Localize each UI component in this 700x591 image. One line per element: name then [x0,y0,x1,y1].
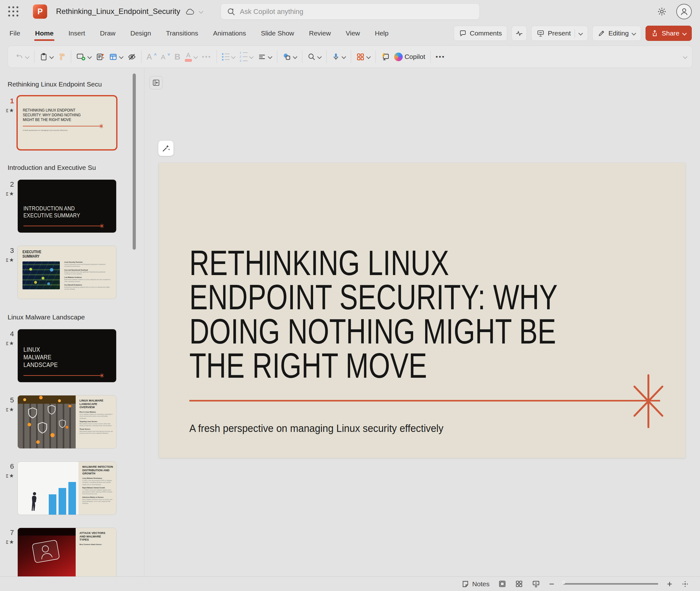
ribbon-overflow-button[interactable]: ••• [434,50,447,64]
menu-tab-slideshow[interactable]: Slide Show [261,29,294,37]
account-avatar[interactable] [676,4,692,19]
slide-accent-rule[interactable] [189,400,660,401]
copilot-search-input[interactable] [240,8,474,16]
layout-button[interactable] [107,50,126,64]
new-slide-chevron-icon[interactable] [88,55,91,59]
find-button[interactable] [305,50,324,64]
numbering-chevron-icon[interactable] [249,55,253,59]
collapse-ribbon-chevron-icon[interactable] [683,55,687,59]
slide-subtitle-text[interactable]: A fresh perspective on managing Linux se… [189,422,444,435]
hide-slide-button[interactable] [126,50,138,64]
designer-pane-chevron-icon[interactable] [367,55,370,59]
transition-indicator-icon [6,474,8,477]
slide-4-thumbnail[interactable]: LINUX MALWARE LANDSCAPE [18,329,116,382]
shapes-chevron-icon[interactable] [293,55,297,59]
find-chevron-icon[interactable] [318,55,321,59]
dictate-chevron-icon[interactable] [342,55,346,59]
align-chevron-icon[interactable] [268,55,272,59]
bullets-button[interactable] [220,50,237,64]
bullets-chevron-icon[interactable] [231,55,235,59]
slide-asterisk-graphic[interactable] [631,374,666,429]
undo-chevron-icon[interactable] [25,55,29,59]
activity-pulse-button[interactable] [512,26,527,41]
slide-2-thumbnail[interactable]: INTRODUCTION AND EXECUTIVE SUMMARY [18,180,116,233]
menu-tab-help[interactable]: Help [375,29,388,37]
zoom-in-button[interactable]: + [667,580,672,588]
menu-tab-animations[interactable]: Animations [213,29,246,37]
slide-title-text[interactable]: RETHINKING LINUX ENDPOINT SECURITY: WHY … [189,246,700,383]
menu-tab-view[interactable]: View [346,29,360,37]
slide-number: 4 [0,330,14,338]
share-dropdown-chevron-icon[interactable] [683,31,686,35]
slide-thumbnail-row-7: 7 ★ ATTACK VECTORS AND MALWARE TYPES [0,528,131,576]
slide-3-thumbnail[interactable]: EXECUTIVE SUMMARY Linux Security Overvie… [18,246,116,299]
editing-mode-button[interactable]: Editing [592,26,641,41]
collapse-thumbnail-pane-button[interactable] [149,76,163,89]
present-button[interactable]: Present [531,26,588,41]
menu-tab-file[interactable]: File [9,29,20,37]
record-button[interactable] [379,50,392,64]
menu-tab-draw[interactable]: Draw [100,29,115,37]
copilot-button[interactable]: Copilot [392,50,427,64]
zoom-slider-thumb[interactable] [562,581,565,584]
copilot-search-box[interactable] [221,3,480,20]
document-title[interactable]: Rethinking_Linux_Endpoint_Security [56,7,180,16]
paste-chevron-icon[interactable] [50,55,54,59]
thumb-image-red-circuit [18,528,76,576]
zoom-slider[interactable] [563,583,658,585]
powerpoint-logo-icon[interactable]: P [33,4,47,19]
paste-button[interactable] [37,50,56,64]
section-header[interactable]: Introduction and Executive Su [8,164,131,172]
settings-gear-icon[interactable] [657,7,667,16]
slide-6-thumbnail[interactable]: MALWARE INFECTION DISTRIBUTION AND GROWT… [18,462,116,515]
slide-7-thumbnail[interactable]: ATTACK VECTORS AND MALWARE TYPES Most Co… [18,528,116,576]
section-header[interactable]: Linux Malware Landscape [8,313,131,321]
menu-tab-insert[interactable]: Insert [68,29,85,37]
slide-1-thumbnail[interactable]: RETHINKING LINUX ENDPOINT SECURITY: WHY … [18,96,116,149]
share-button[interactable]: Share [645,26,692,41]
thumb-bar-chart [49,482,76,515]
numbering-button[interactable]: 123 [237,50,255,64]
fit-slide-to-window-button[interactable] [681,580,689,588]
designer-sparkle-icon [96,53,104,61]
menu-tab-review[interactable]: Review [309,29,331,37]
slide-5-thumbnail[interactable]: LINUX MALWARE LANDSCAPE OVERVIEW Rise in… [18,395,116,448]
new-slide-button[interactable] [74,50,94,64]
menu-tab-home[interactable]: Home [35,29,54,37]
copilot-logo-icon [394,53,403,61]
dictate-button[interactable] [330,50,348,64]
font-color-button[interactable]: A [183,50,200,64]
comments-button[interactable]: Comments [454,26,508,41]
align-button[interactable] [255,50,274,64]
slide-canvas[interactable]: RETHINKING LINUX ENDPOINT SECURITY: WHY … [159,163,685,458]
section-header[interactable]: Rethinking Linux Endpoint Secu [8,80,131,88]
font-color-chevron-icon[interactable] [194,55,198,59]
undo-button[interactable] [13,50,31,64]
sidebar-scrollbar[interactable] [133,73,136,250]
slide-indicators: ★ [0,539,14,545]
slideshow-view-button[interactable] [532,580,540,588]
menu-tab-design[interactable]: Design [131,29,151,37]
present-dropdown-chevron-icon[interactable] [579,31,582,35]
shrink-font-button[interactable]: A˅ [159,50,172,64]
grow-font-button[interactable]: A˄ [144,50,159,64]
bold-button[interactable]: B [172,50,183,64]
zoom-out-button[interactable]: − [549,580,554,588]
editing-dropdown-chevron-icon[interactable] [632,31,636,35]
slide-sorter-view-button[interactable] [515,580,523,588]
normal-view-button[interactable] [498,580,506,588]
layout-chevron-icon[interactable] [120,55,123,59]
more-formatting-button[interactable]: ••• [200,50,214,64]
designer-button[interactable] [94,50,107,64]
notes-toggle-button[interactable]: Notes [462,580,489,588]
editor-area: RETHINKING LINUX ENDPOINT SECURITY: WHY … [144,68,700,576]
designer-suggestions-button[interactable] [158,141,173,156]
app-launcher-waffle-icon[interactable] [8,6,18,16]
shapes-button[interactable] [280,50,299,64]
slide-indicators: ★ [0,108,14,113]
format-painter-button[interactable] [56,50,68,64]
menu-tab-transitions[interactable]: Transitions [166,29,198,37]
designer-pane-button[interactable] [354,50,373,64]
title-dropdown-chevron-icon[interactable] [199,9,203,13]
thumb-image-servers-shields [18,395,76,448]
